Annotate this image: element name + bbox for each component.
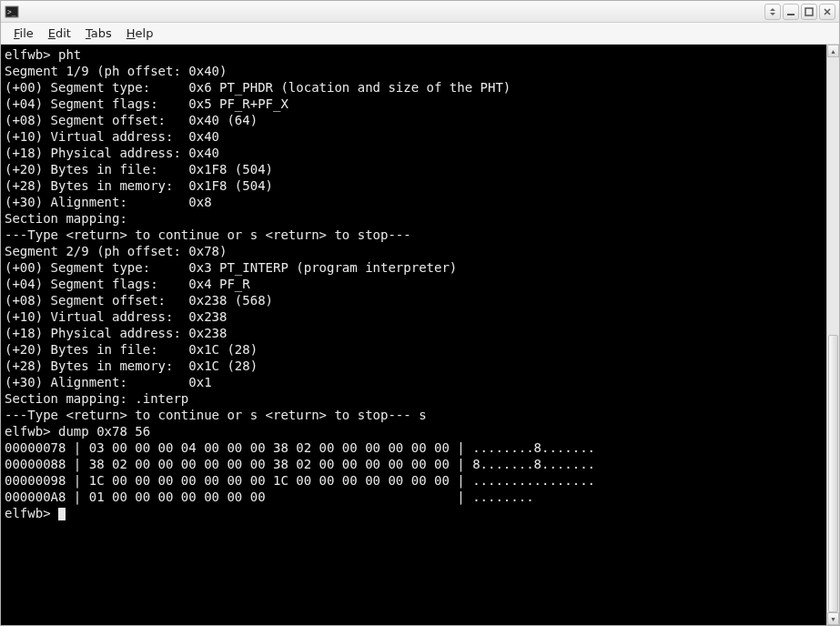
titlebar: >_ xyxy=(1,1,839,23)
terminal-line: (+10) Virtual address: 0x40 xyxy=(5,128,823,145)
terminal-line: (+18) Physical address: 0x40 xyxy=(5,145,823,161)
terminal-line: 00000098 | 1C 00 00 00 00 00 00 00 1C 00… xyxy=(5,472,823,489)
close-button[interactable] xyxy=(819,4,835,20)
menu-help[interactable]: Help xyxy=(119,25,161,42)
terminal-line: ---Type <return> to continue or s <retur… xyxy=(5,227,823,243)
terminal-line: (+20) Bytes in file: 0x1F8 (504) xyxy=(5,161,823,177)
scroll-up-button[interactable]: ▴ xyxy=(827,45,839,57)
svg-rect-2 xyxy=(787,14,794,15)
terminal-line: (+10) Virtual address: 0x238 xyxy=(5,308,823,325)
terminal-output[interactable]: elfwb> phtSegment 1/9 (ph offset: 0x40)(… xyxy=(1,45,826,625)
terminal-line: (+30) Alignment: 0x8 xyxy=(5,194,823,210)
terminal-line: 000000A8 | 01 00 00 00 00 00 00 00 | ...… xyxy=(5,489,823,505)
minimize-button[interactable] xyxy=(783,4,799,20)
terminal-line: elfwb> dump 0x78 56 xyxy=(5,423,823,439)
terminal-line: (+08) Segment offset: 0x238 (568) xyxy=(5,292,823,308)
terminal-line: elfwb> pht xyxy=(5,46,823,63)
terminal-line: ---Type <return> to continue or s <retur… xyxy=(5,407,823,423)
menubar: File Edit Tabs Help xyxy=(1,23,839,45)
scroll-thumb[interactable] xyxy=(828,335,838,612)
terminal-line: 00000088 | 38 02 00 00 00 00 00 00 38 02… xyxy=(5,456,823,472)
terminal-line: (+20) Bytes in file: 0x1C (28) xyxy=(5,341,823,358)
menu-tabs[interactable]: Tabs xyxy=(78,25,119,42)
terminal-area: elfwb> phtSegment 1/9 (ph offset: 0x40)(… xyxy=(1,45,839,625)
terminal-line: Section mapping: .interp xyxy=(5,390,823,407)
terminal-line: (+18) Physical address: 0x238 xyxy=(5,325,823,341)
terminal-line: (+08) Segment offset: 0x40 (64) xyxy=(5,112,823,128)
terminal-line: (+04) Segment flags: 0x4 PF_R xyxy=(5,276,823,292)
scroll-lock-button[interactable] xyxy=(764,4,781,20)
terminal-window: >_ File Edit Tabs Help elfwb> phtSegment… xyxy=(0,0,840,626)
terminal-line: (+28) Bytes in memory: 0x1C (28) xyxy=(5,358,823,374)
terminal-line: Segment 1/9 (ph offset: 0x40) xyxy=(5,63,823,79)
maximize-button[interactable] xyxy=(801,4,817,20)
svg-text:>_: >_ xyxy=(7,8,16,16)
terminal-line: (+00) Segment type: 0x6 PT_PHDR (locatio… xyxy=(5,79,823,96)
terminal-line: Segment 2/9 (ph offset: 0x78) xyxy=(5,243,823,259)
svg-rect-3 xyxy=(805,8,813,15)
terminal-line: 00000078 | 03 00 00 00 04 00 00 00 38 02… xyxy=(5,439,823,456)
app-icon: >_ xyxy=(5,5,19,19)
scroll-down-button[interactable]: ▾ xyxy=(827,612,839,625)
menu-file[interactable]: File xyxy=(6,25,41,42)
terminal-line: (+00) Segment type: 0x3 PT_INTERP (progr… xyxy=(5,259,823,276)
terminal-line: Section mapping: xyxy=(5,210,823,227)
terminal-line: (+30) Alignment: 0x1 xyxy=(5,374,823,390)
terminal-line: (+04) Segment flags: 0x5 PF_R+PF_X xyxy=(5,96,823,112)
terminal-line: (+28) Bytes in memory: 0x1F8 (504) xyxy=(5,177,823,194)
scroll-track[interactable] xyxy=(827,57,839,612)
cursor xyxy=(58,508,66,520)
menu-edit[interactable]: Edit xyxy=(41,25,78,42)
scrollbar[interactable]: ▴ ▾ xyxy=(826,45,839,625)
terminal-line: elfwb> xyxy=(5,505,823,521)
